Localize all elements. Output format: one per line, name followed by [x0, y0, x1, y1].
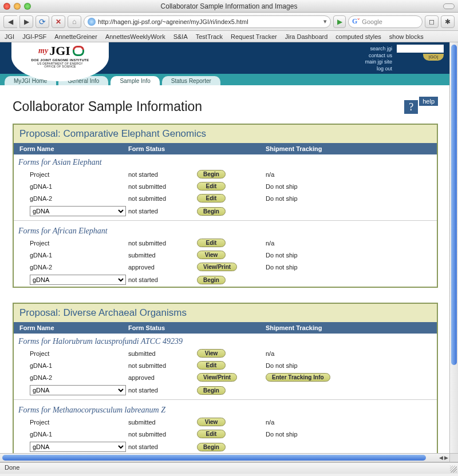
form-type-select[interactable]: gDNA [30, 275, 126, 285]
form-name-cell: Project [30, 419, 128, 426]
form-type-select[interactable]: gDNA [30, 385, 126, 395]
begin-button[interactable]: Begin [197, 207, 226, 216]
enter_tracking-button[interactable]: Enter Tracking Info [266, 373, 330, 382]
nav-tab[interactable]: Status Reporter [162, 76, 220, 85]
begin-button[interactable]: Begin [197, 443, 226, 451]
form-row: gDNA-1not submittedEditDo not ship [14, 428, 437, 440]
bookmark-item[interactable]: AnnetteGreiner [54, 33, 97, 40]
horizontal-scrollbar[interactable]: ◀▶ [0, 453, 449, 462]
shipment-cell: Enter Tracking Info [266, 373, 431, 382]
form-status-cell: not started [128, 443, 197, 450]
form-action-cell: Begin [197, 170, 266, 178]
bookmark-item[interactable]: JGI [5, 33, 14, 40]
view-button[interactable]: View [197, 418, 226, 426]
stop-button[interactable]: ✕ [52, 15, 65, 28]
form-status-cell: not started [128, 171, 197, 178]
form-row: ProjectsubmittedViewn/a [14, 347, 437, 359]
scrollbar-thumb[interactable] [451, 45, 457, 365]
form-name-cell: gDNA-1 [30, 252, 128, 259]
utility-link[interactable]: contact us [365, 53, 392, 60]
vertical-scrollbar[interactable] [449, 42, 458, 453]
viewprint-button[interactable]: View/Print [197, 373, 237, 382]
form-name-cell: gDNA-1 [30, 431, 128, 438]
bookmark-item[interactable]: AnnettesWeeklyWork [105, 33, 165, 40]
proposal-title: Proposal: Comparative Elephant Genomics [14, 125, 437, 143]
scrollbar-thumb[interactable] [2, 455, 426, 461]
form-action-cell: View/Print [197, 373, 266, 382]
add-form-row: gDNAnot startedBegin [14, 273, 437, 287]
bookmark-item[interactable]: TestTrack [196, 33, 223, 40]
bookmark-item[interactable]: Request Tracker [231, 33, 277, 40]
form-name-cell: Project [30, 350, 128, 357]
form-name-cell: Project [30, 171, 128, 178]
utility-link[interactable]: main jgi site [365, 59, 392, 66]
form-status-cell: not started [128, 387, 197, 394]
shipment-cell: n/a [266, 240, 431, 247]
bookmark-item[interactable]: S&IA [173, 33, 188, 40]
status-text: Done [5, 464, 19, 471]
forward-button[interactable]: ▶ [19, 15, 33, 28]
utility-link[interactable]: search jgi [365, 46, 392, 53]
col-shipment: Shipment Tracking [266, 324, 431, 331]
edit-button[interactable]: Edit [197, 182, 226, 191]
form-status-cell: submitted [128, 350, 197, 357]
view-button[interactable]: View [197, 251, 226, 259]
form-row: Projectnot startedBeginn/a [14, 168, 437, 180]
header-go-button[interactable]: |GO| [423, 54, 444, 61]
form-action-cell: Begin [197, 443, 266, 451]
shipment-cell: Do not ship [266, 264, 431, 271]
browser-toolbar: ◀ ▶ ⟳ ✕ ⌂ http://hagen.jgi-psf.org/~agre… [0, 13, 458, 31]
url-dropdown-icon[interactable]: ▾ [323, 18, 327, 25]
begin-button[interactable]: Begin [197, 386, 226, 395]
help-icon[interactable]: ? [404, 100, 418, 114]
nav-tab[interactable]: Sample Info [110, 76, 159, 85]
col-shipment: Shipment Tracking [266, 145, 431, 152]
shipment-cell: Do not ship [266, 252, 431, 259]
viewprint-button[interactable]: View/Print [197, 263, 237, 271]
bookmark-item[interactable]: JGI-PSF [22, 33, 46, 40]
go-button[interactable]: ▶ [333, 15, 346, 28]
begin-button[interactable]: Begin [197, 170, 226, 178]
edit-button[interactable]: Edit [197, 194, 226, 203]
scroll-right-icon[interactable]: ▶ [444, 455, 448, 461]
section-title: Forms for Halorubrum lacusprofundi ATCC … [14, 334, 437, 347]
form-row: gDNA-1submittedViewDo not ship [14, 249, 437, 261]
edit-button[interactable]: Edit [197, 430, 226, 438]
reload-button[interactable]: ⟳ [35, 15, 49, 28]
logo-subtitle-3: OFFICE OF SCIENCE [44, 65, 76, 69]
begin-button[interactable]: Begin [197, 276, 226, 284]
form-type-select[interactable]: gDNA [30, 206, 126, 216]
form-type-select[interactable]: gDNA [30, 442, 126, 452]
form-action-cell: Edit [197, 361, 266, 370]
home-button[interactable]: ⌂ [68, 15, 81, 28]
scroll-left-icon[interactable]: ◀ [439, 455, 443, 461]
form-row: gDNA-1not submittedEditDo not ship [14, 359, 437, 371]
edit-button[interactable]: Edit [197, 239, 226, 247]
col-form-status: Form Status [128, 324, 197, 331]
form-action-cell: Begin [197, 276, 266, 284]
column-header-row: Form NameForm StatusShipment Tracking [14, 143, 437, 154]
bookmark-item[interactable]: show blocks [389, 33, 424, 40]
form-row: gDNA-2not submittedEditDo not ship [14, 192, 437, 204]
add-form-row: gDNAnot startedBegin [14, 204, 437, 218]
form-status-cell: not started [128, 208, 197, 215]
toolbar-extra-1[interactable]: ◻ [425, 15, 439, 28]
form-action-cell: Edit [197, 430, 266, 438]
form-action-cell: View [197, 251, 266, 259]
form-action-cell: View [197, 349, 266, 358]
resize-handle-icon[interactable] [450, 466, 457, 473]
url-bar[interactable]: http://hagen.jgi-psf.org/~agreiner/myJGI… [84, 15, 331, 28]
back-button[interactable]: ◀ [3, 15, 17, 28]
view-button[interactable]: View [197, 349, 226, 358]
bookmark-item[interactable]: Jira Dashboard [285, 33, 328, 40]
form-action-cell: Edit [197, 194, 266, 203]
utility-link[interactable]: log out [365, 66, 392, 73]
browser-search-box[interactable]: G˘ Google [348, 15, 423, 28]
help-button[interactable]: help [419, 97, 438, 106]
logo-my: my [38, 46, 48, 55]
edit-button[interactable]: Edit [197, 361, 226, 370]
bookmark-item[interactable]: computed styles [335, 33, 381, 40]
window-title: Collaborator Sample Information and Imag… [0, 2, 458, 10]
toolbar-extra-2[interactable]: ✱ [441, 15, 455, 28]
header-search-input[interactable] [397, 45, 444, 53]
